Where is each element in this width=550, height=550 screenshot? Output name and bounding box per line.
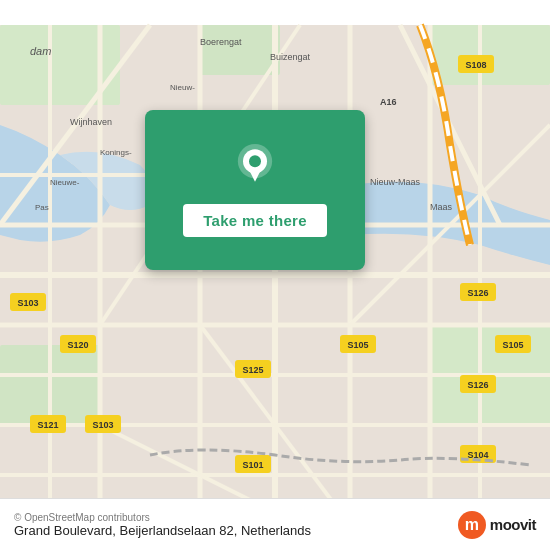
svg-text:S105: S105	[347, 340, 368, 350]
svg-text:Buizengat: Buizengat	[270, 52, 311, 62]
svg-text:Maas: Maas	[430, 202, 453, 212]
svg-text:S101: S101	[242, 460, 263, 470]
svg-text:S105: S105	[502, 340, 523, 350]
map-svg: S108 S103 S103 S120 S121 S125 S105 S126 …	[0, 0, 550, 550]
svg-text:Nieuwe-: Nieuwe-	[50, 178, 80, 187]
svg-point-63	[249, 155, 261, 167]
bottom-bar: © OpenStreetMap contributors Grand Boule…	[0, 498, 550, 550]
address-label: Grand Boulevard, Beijerlandselaan 82, Ne…	[14, 523, 311, 538]
moovit-label: moovit	[490, 516, 536, 533]
location-card[interactable]: Take me there	[145, 110, 365, 270]
svg-text:S121: S121	[37, 420, 58, 430]
svg-text:Boerengat: Boerengat	[200, 37, 242, 47]
map-attribution: © OpenStreetMap contributors	[14, 512, 311, 523]
svg-text:S108: S108	[465, 60, 486, 70]
bottom-left: © OpenStreetMap contributors Grand Boule…	[14, 512, 311, 538]
svg-text:S120: S120	[67, 340, 88, 350]
moovit-dot-icon: m	[458, 511, 486, 539]
svg-text:S126: S126	[467, 380, 488, 390]
svg-text:Pas: Pas	[35, 203, 49, 212]
svg-text:Nieuw-: Nieuw-	[170, 83, 195, 92]
svg-text:dam: dam	[30, 45, 51, 57]
svg-text:S103: S103	[92, 420, 113, 430]
moovit-logo: m moovit	[458, 511, 536, 539]
map-container: S108 S103 S103 S120 S121 S125 S105 S126 …	[0, 0, 550, 550]
svg-text:Konings-: Konings-	[100, 148, 132, 157]
svg-rect-2	[200, 25, 280, 75]
svg-text:S125: S125	[242, 365, 263, 375]
take-me-there-button[interactable]: Take me there	[183, 204, 327, 237]
map-pin-icon	[231, 144, 279, 192]
svg-text:Nieuw-Maas: Nieuw-Maas	[370, 177, 421, 187]
svg-text:Wijnhaven: Wijnhaven	[70, 117, 112, 127]
svg-text:A16: A16	[380, 97, 397, 107]
svg-text:S103: S103	[17, 298, 38, 308]
svg-text:S126: S126	[467, 288, 488, 298]
